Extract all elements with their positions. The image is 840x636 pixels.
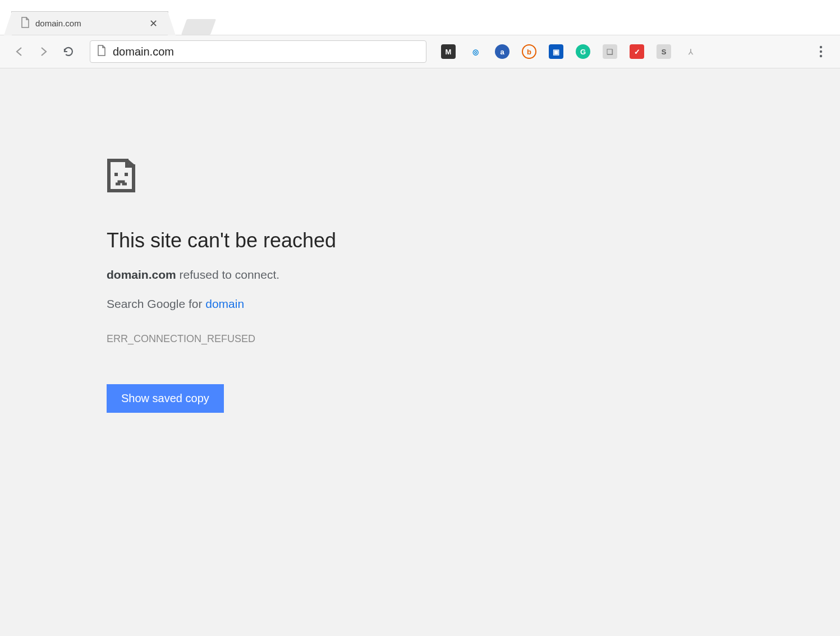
amazon-assistant-icon[interactable]: a <box>495 44 509 59</box>
forward-button[interactable] <box>34 42 54 62</box>
error-code: ERR_CONNECTION_REFUSED <box>107 333 499 345</box>
search-prefix: Search Google for <box>107 297 205 310</box>
svg-rect-8 <box>125 173 128 176</box>
sad-page-icon <box>107 158 138 193</box>
browser-menu-button[interactable] <box>811 42 831 62</box>
tab-strip: domain.com ✕ <box>0 0 840 35</box>
search-suggestion: Search Google for domain <box>107 297 499 311</box>
url-input[interactable] <box>113 45 419 58</box>
svg-point-4 <box>820 46 822 48</box>
clipboard-icon[interactable]: ❏ <box>603 44 617 59</box>
error-heading: This site can't be reached <box>107 229 499 252</box>
toolbar: M◎ab▣G❏✓S⅄ <box>0 35 840 68</box>
tab-title: domain.com <box>35 19 147 28</box>
back-button[interactable] <box>9 42 29 62</box>
svg-rect-7 <box>114 173 118 176</box>
error-refused-text: refused to connect. <box>176 268 279 281</box>
page-icon <box>21 17 30 30</box>
address-bar[interactable] <box>90 40 426 63</box>
browser-tab[interactable]: domain.com ✕ <box>11 11 168 35</box>
new-tab-button[interactable] <box>181 19 216 35</box>
error-domain: domain.com <box>107 268 176 281</box>
error-subtitle: domain.com refused to connect. <box>107 268 499 282</box>
search-link[interactable]: domain <box>205 297 244 310</box>
screenshot-icon[interactable]: ▣ <box>549 44 563 59</box>
show-saved-copy-button[interactable]: Show saved copy <box>107 384 224 413</box>
svg-point-5 <box>820 50 822 53</box>
megaupload-icon[interactable]: M <box>441 44 456 59</box>
page-content: This site can't be reached domain.com re… <box>0 68 840 636</box>
quicksearch-icon[interactable]: ◎ <box>468 44 483 59</box>
bitly-icon[interactable]: b <box>522 44 536 59</box>
siteblock-icon[interactable]: S <box>657 44 671 59</box>
compass-icon[interactable]: ⅄ <box>683 44 698 59</box>
extensions-bar: M◎ab▣G❏✓S⅄ <box>441 44 698 59</box>
todo-extension-icon[interactable]: ✓ <box>630 44 644 59</box>
page-info-icon[interactable] <box>97 45 106 58</box>
grammarly-icon[interactable]: G <box>576 44 590 59</box>
svg-point-6 <box>820 55 822 57</box>
reload-button[interactable] <box>58 42 79 62</box>
error-panel: This site can't be reached domain.com re… <box>107 158 499 413</box>
close-tab-button[interactable]: ✕ <box>147 17 160 30</box>
